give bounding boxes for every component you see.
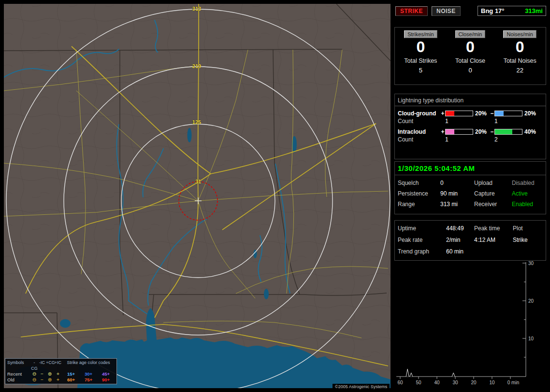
age-15: 15+: [62, 371, 80, 377]
ring-label-125: 125: [192, 119, 201, 125]
bar-fill: [446, 111, 454, 116]
ic-count-row: Count 1 2: [395, 136, 546, 143]
squelch-label: Squelch: [398, 180, 440, 186]
persistence-label: Persistence: [398, 190, 440, 197]
intracloud-row: Intracloud + 20% − 40%: [395, 128, 546, 135]
ic-negative-count: 2: [490, 136, 539, 143]
radar-map: 313 219 125 31: [4, 4, 391, 388]
map-display[interactable]: 313 219 125 31 Symbols -CG -IC +CG +IC S…: [4, 4, 391, 388]
lightning-distribution-panel: Lightning type distribution Cloud-ground…: [394, 94, 546, 159]
cg-positive-percent: 20%: [473, 110, 490, 117]
neg-ic-symbol: −: [38, 371, 46, 377]
ic-negative-percent: 40%: [522, 128, 539, 135]
upload-label: Upload: [474, 180, 512, 186]
plus-sign: +: [440, 128, 445, 135]
cg-negative-count: 1: [490, 118, 539, 125]
legend-symbols-header: Symbols: [7, 360, 30, 371]
y-tick-30: 30: [528, 261, 534, 266]
neg-cg-symbol: ⊖: [30, 377, 38, 383]
noises-per-min-value: 0: [516, 39, 524, 56]
cloud-ground-row: Cloud-ground + 20% − 20%: [395, 110, 546, 117]
legend-col-neg-cg: -CG: [30, 360, 38, 371]
cg-negative-bar: [494, 111, 522, 116]
legend-row-recent-label: Recent: [7, 371, 30, 377]
noises-per-min-button[interactable]: Noises/min: [503, 30, 536, 38]
trend-axis-labels: 30 20 10 60 50 40 30 20 10 0 min: [397, 261, 534, 385]
neg-cg-symbol: ⊖: [30, 371, 38, 377]
close-per-min-button[interactable]: Close/min: [455, 30, 486, 38]
capture-status: Active: [512, 190, 546, 197]
plot-label: Plot: [513, 225, 546, 232]
range-value: 313mi: [525, 7, 543, 14]
uptime-value: 448:49: [446, 225, 474, 232]
noises-column: Noises/min 0 Total Noises 22: [495, 30, 545, 82]
plot-value: Strike: [513, 237, 546, 243]
peak-time-label: Peak time: [474, 225, 513, 232]
age-75: 75+: [80, 377, 97, 383]
distribution-title: Lightning type distribution: [395, 94, 546, 106]
trend-graph-label: Trend graph: [398, 248, 446, 255]
legend-age-header: Strike age color codes: [62, 360, 115, 371]
strikes-column: Strikes/min 0 Total Strikes 5: [396, 30, 446, 82]
x-tick-40: 40: [434, 380, 440, 385]
status-panel: Uptime 448:49 Peak time Plot Peak rate 2…: [394, 220, 546, 261]
bearing-value: Bng 17°: [481, 7, 505, 14]
squelch-value: 0: [440, 180, 474, 186]
map-legend: Symbols -CG -IC +CG +IC Strike age color…: [5, 358, 117, 384]
age-90: 90+: [97, 377, 115, 383]
receiver-label: Receiver: [474, 201, 512, 208]
x-tick-10: 10: [489, 380, 495, 385]
total-strikes-value: 5: [419, 67, 422, 74]
close-column: Close/min 0 Total Close 0: [446, 30, 495, 82]
peak-time-value: 4:12 AM: [474, 237, 513, 243]
ring-label-219: 219: [192, 63, 201, 69]
trend-axes: [396, 262, 526, 379]
trend-graph: 30 20 10 60 50 40 30 20 10 0 min: [394, 261, 547, 388]
minus-sign: −: [490, 110, 494, 117]
top-status-bar: STRIKE NOISE Bng 17° 313mi: [394, 6, 546, 16]
receiver-status: Enabled: [512, 201, 546, 208]
noise-indicator-button[interactable]: NOISE: [432, 6, 461, 16]
divider: [395, 106, 546, 106]
cg-count-row: Count 1 1: [395, 118, 546, 125]
close-per-min-value: 0: [466, 39, 475, 56]
ring-label-313: 313: [192, 6, 201, 12]
rate-counters-panel: Strikes/min 0 Total Strikes 5 Close/min …: [394, 27, 546, 85]
strikes-per-min-button[interactable]: Strikes/min: [404, 30, 437, 38]
status-grid: Uptime 448:49 Peak time Plot Peak rate 2…: [395, 221, 546, 255]
ic-positive-percent: 20%: [473, 128, 490, 135]
strike-indicator-button[interactable]: STRIKE: [395, 6, 428, 16]
plus-sign: +: [440, 110, 445, 117]
trend-spikes: [406, 369, 455, 377]
y-tick-10: 10: [528, 336, 534, 341]
range-label: Range: [398, 201, 440, 208]
intracloud-label: Intracloud: [398, 128, 440, 135]
age-30: 30+: [80, 371, 97, 377]
pos-cg-symbol: ⊕: [46, 371, 54, 377]
trend-graph-value: 60 min: [446, 248, 474, 255]
peak-rate-label: Peak rate: [398, 237, 446, 243]
total-noises-label: Total Noises: [504, 57, 536, 64]
bar-fill: [495, 129, 512, 134]
peak-rate-value: 2/min: [446, 237, 474, 243]
side-panel: STRIKE NOISE Bng 17° 313mi Strikes/min 0…: [394, 0, 547, 392]
ring-label-31: 31: [195, 179, 201, 184]
datetime-display: 1/30/2026 5:04:52 AM: [395, 162, 546, 175]
cloud-ground-label: Cloud-ground: [398, 110, 440, 117]
bearing-range-display: Bng 17° 313mi: [478, 6, 546, 16]
legend-col-neg-ic: -IC: [38, 360, 46, 371]
capture-label: Capture: [474, 190, 512, 197]
ic-negative-bar: [494, 129, 522, 135]
cg-positive-bar: [445, 111, 473, 116]
y-tick-20: 20: [528, 298, 534, 304]
age-45: 45+: [97, 371, 115, 377]
settings-grid: Squelch 0 Upload Disabled Persistence 90…: [395, 175, 546, 210]
ic-positive-count: 1: [440, 136, 490, 143]
x-tick-60: 60: [397, 380, 403, 385]
upload-status: Disabled: [512, 180, 546, 186]
legend-col-pos-cg: +CG: [46, 360, 54, 371]
persistence-value: 90 min: [440, 190, 474, 197]
pos-ic-symbol: +: [54, 371, 62, 377]
bar-fill: [446, 129, 454, 134]
clock-settings-panel: 1/30/2026 5:04:52 AM Squelch 0 Upload Di…: [394, 161, 546, 214]
